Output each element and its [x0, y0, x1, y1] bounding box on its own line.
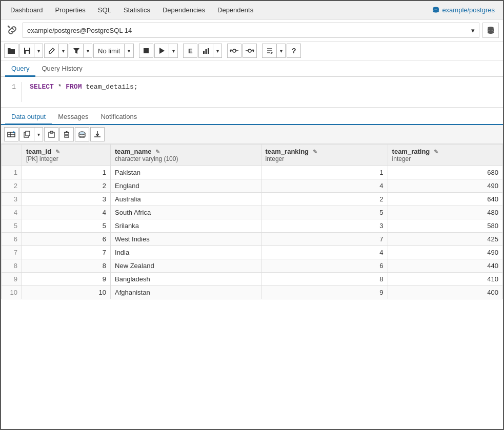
- save-button[interactable]: [19, 44, 34, 58]
- run-dropdown-arrow[interactable]: ▾: [169, 44, 178, 58]
- row-number: 5: [2, 219, 22, 233]
- edit-button[interactable]: [44, 44, 58, 58]
- connection-select[interactable]: example/postgres@PostgreSQL 14 ▾: [23, 23, 479, 38]
- svg-line-1: [8, 26, 9, 27]
- column-header-team-name[interactable]: team_name ✎ character varying (100): [111, 145, 261, 166]
- open-file-button[interactable]: [4, 44, 18, 58]
- cell-team-name: India: [111, 246, 261, 259]
- sql-table-name: team_details;: [86, 83, 137, 91]
- cell-team-ranking: 6: [261, 259, 388, 273]
- nav-connection[interactable]: example/postgres: [428, 4, 499, 16]
- tab-query-history[interactable]: Query History: [35, 62, 88, 77]
- cell-team-rating: 400: [388, 286, 502, 299]
- column-header-team-id[interactable]: team_id ✎ [PK] integer: [22, 145, 111, 166]
- help-button[interactable]: ?: [287, 44, 301, 58]
- cell-team-id: 2: [22, 179, 111, 193]
- top-nav: Dashboard Properties SQL Statistics Depe…: [1, 1, 503, 19]
- svg-rect-5: [26, 51, 29, 54]
- data-table: team_id ✎ [PK] integer team_name ✎ chara…: [1, 144, 503, 299]
- database-nav-icon: [432, 6, 440, 14]
- column-header-row-num: [2, 145, 22, 166]
- cell-team-name: New Zealand: [111, 259, 261, 273]
- table-row: 8 8 New Zealand 6 440: [2, 259, 503, 273]
- sort-icon-team-rating: ✎: [434, 149, 438, 155]
- tab-notifications[interactable]: Notifications: [94, 110, 143, 125]
- svg-rect-29: [50, 131, 53, 133]
- database-icon: [486, 26, 495, 35]
- filter-button[interactable]: [69, 44, 83, 58]
- connection-db-button[interactable]: [482, 23, 499, 38]
- explain-button[interactable]: E: [183, 44, 197, 58]
- delete-button[interactable]: [59, 127, 74, 141]
- connection-bar: example/postgres@PostgreSQL 14 ▾: [1, 19, 503, 42]
- cell-team-ranking: 5: [261, 206, 388, 219]
- cell-team-name: South Africa: [111, 206, 261, 219]
- row-number: 9: [2, 273, 22, 286]
- col-type-team-name: character varying (100): [115, 155, 257, 162]
- nav-connection-label: example/postgres: [442, 6, 495, 14]
- col-type-team-rating: integer: [392, 155, 498, 162]
- nav-properties[interactable]: Properties: [50, 3, 91, 17]
- cell-team-id: 5: [22, 219, 111, 233]
- table-row: 7 7 India 4 490: [2, 246, 503, 259]
- keyword-select: SELECT: [30, 83, 54, 91]
- stop-button[interactable]: [139, 44, 153, 58]
- svg-rect-27: [26, 131, 30, 136]
- sql-star: *: [58, 83, 66, 91]
- data-table-wrapper: team_id ✎ [PK] integer team_name ✎ chara…: [1, 144, 503, 429]
- nav-dashboard[interactable]: Dashboard: [5, 3, 48, 17]
- sql-content[interactable]: SELECT * FROM team_details;: [22, 82, 146, 102]
- save-dropdown-arrow[interactable]: ▾: [34, 44, 43, 58]
- cell-team-name: West Indies: [111, 233, 261, 246]
- nav-dependencies[interactable]: Dependencies: [157, 3, 210, 17]
- macro-dropdown-group: ▾: [262, 44, 286, 58]
- cell-team-name: Pakistan: [111, 166, 261, 179]
- cell-team-rating: 440: [388, 259, 502, 273]
- col-type-team-id: [PK] integer: [26, 155, 106, 162]
- svg-marker-6: [73, 48, 79, 54]
- save-dropdown-group: ▾: [19, 44, 43, 58]
- cell-team-id: 4: [22, 206, 111, 219]
- tab-data-output[interactable]: Data output: [5, 110, 52, 125]
- chart-button[interactable]: [198, 44, 213, 58]
- copy-button[interactable]: [19, 127, 34, 141]
- cell-team-id: 6: [22, 233, 111, 246]
- nav-dependents[interactable]: Dependents: [212, 3, 258, 17]
- table-row: 6 6 West Indies 7 425: [2, 233, 503, 246]
- table-row: 10 10 Afghanistan 9 400: [2, 286, 503, 299]
- svg-rect-10: [205, 49, 207, 54]
- no-limit-button[interactable]: No limit ▾: [93, 44, 134, 58]
- nav-sql[interactable]: SQL: [93, 3, 116, 17]
- cell-team-id: 1: [22, 166, 111, 179]
- paste-button[interactable]: [44, 127, 58, 141]
- filter-rows-button[interactable]: [75, 127, 89, 141]
- tab-query[interactable]: Query: [5, 62, 35, 77]
- col-name-team-rating: team_rating: [392, 148, 430, 155]
- filter-dropdown-arrow[interactable]: ▾: [83, 44, 92, 58]
- run-button[interactable]: [154, 44, 169, 58]
- svg-point-2: [488, 27, 494, 29]
- cell-team-name: Bangladesh: [111, 273, 261, 286]
- row-number: 1: [2, 166, 22, 179]
- add-row-button[interactable]: [4, 127, 18, 141]
- copy-dropdown-arrow[interactable]: ▾: [34, 127, 43, 141]
- output-toolbar: ▾: [1, 125, 503, 144]
- column-header-team-ranking[interactable]: team_ranking ✎ integer: [261, 145, 388, 166]
- row-number: 3: [2, 193, 22, 206]
- macro-dropdown-arrow[interactable]: ▾: [276, 44, 286, 58]
- column-header-team-rating[interactable]: team_rating ✎ integer: [388, 145, 502, 166]
- rollback-button[interactable]: [243, 44, 257, 58]
- commit-button[interactable]: [227, 44, 241, 58]
- edit-dropdown-arrow[interactable]: ▾: [58, 44, 68, 58]
- chart-dropdown-arrow[interactable]: ▾: [213, 44, 222, 58]
- no-limit-dropdown-arrow: ▾: [124, 44, 133, 58]
- cell-team-ranking: 7: [261, 233, 388, 246]
- nav-statistics[interactable]: Statistics: [118, 3, 155, 17]
- query-tabs: Query Query History: [1, 62, 503, 77]
- macro-button[interactable]: [262, 44, 276, 58]
- tab-messages[interactable]: Messages: [52, 110, 94, 125]
- sort-icon-team-name: ✎: [155, 149, 160, 155]
- cell-team-name: Afghanistan: [111, 286, 261, 299]
- svg-rect-11: [208, 48, 209, 54]
- download-button[interactable]: [90, 127, 105, 141]
